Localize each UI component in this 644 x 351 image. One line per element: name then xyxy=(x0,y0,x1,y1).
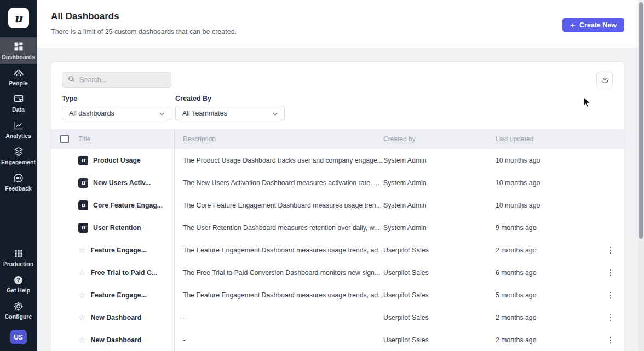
export-button[interactable] xyxy=(596,72,613,88)
help-icon: ? xyxy=(13,274,24,285)
search-box[interactable] xyxy=(62,72,171,88)
dashboard-created-by: Userpilot Sales xyxy=(383,336,496,344)
dashboards-panel: Type Created By All dashboards All Teamm… xyxy=(51,62,624,351)
sidebar-item-configure[interactable]: Configure xyxy=(0,297,37,323)
dashboards-icon xyxy=(13,41,24,52)
star-icon[interactable]: ☆ xyxy=(78,313,85,322)
star-icon[interactable]: ☆ xyxy=(78,246,85,255)
created-by-filter-select[interactable]: All Teammates xyxy=(175,106,285,120)
sidebar-item-label: Analytics xyxy=(5,133,31,139)
dashboard-last-updated: 10 months ago xyxy=(496,157,604,164)
sidebar-item-feedback[interactable]: Feedback xyxy=(0,169,37,195)
dashboard-created-by: System Admin xyxy=(383,179,496,187)
dashboard-created-by: System Admin xyxy=(383,157,496,164)
row-actions-kebab-icon[interactable]: ⋮ xyxy=(604,291,617,300)
table-body: u Product Usage The Product Usage Dashbo… xyxy=(51,149,624,351)
scrollbar-thumb[interactable] xyxy=(639,2,643,239)
dashboard-title: New Dashboard xyxy=(90,336,141,344)
dashboard-title: Product Usage xyxy=(93,157,141,164)
star-icon[interactable]: ☆ xyxy=(78,268,85,277)
configure-icon xyxy=(13,301,24,312)
dashboard-created-by: Userpilot Sales xyxy=(383,291,496,299)
dashboard-last-updated: 5 months ago xyxy=(496,291,604,299)
userpilot-badge-icon: u xyxy=(78,223,88,233)
sidebar-nav: Dashboards People Data Analytics Engagem… xyxy=(0,37,37,195)
row-actions-kebab-icon[interactable]: ⋮ xyxy=(604,336,617,344)
sidebar-item-people[interactable]: People xyxy=(0,64,37,90)
sidebar-item-get-help[interactable]: ? Get Help xyxy=(0,271,37,297)
table-row[interactable]: ☆ New Dashboard - Userpilot Sales 2 mont… xyxy=(51,306,624,329)
sidebar-item-data[interactable]: Data xyxy=(0,90,37,116)
table-row[interactable]: u New Users Activ... The New Users Activ… xyxy=(51,171,624,194)
dashboard-description: - xyxy=(174,306,383,329)
dashboard-title-cell[interactable]: ☆ Free Trial to Paid C... xyxy=(78,268,174,277)
dashboard-created-by: Userpilot Sales xyxy=(383,246,496,254)
chevron-down-icon xyxy=(273,110,278,117)
dashboard-title-cell[interactable]: u User Retention xyxy=(78,223,174,233)
dashboard-title-cell[interactable]: ☆ New Dashboard xyxy=(78,313,174,322)
create-new-label: Create New xyxy=(579,21,617,29)
created-by-filter-label: Created By xyxy=(175,95,211,102)
dashboard-title-cell[interactable]: ☆ New Dashboard xyxy=(78,336,174,344)
dashboard-created-by: Userpilot Sales xyxy=(383,269,496,277)
sidebar-item-label: People xyxy=(9,80,27,87)
scrollbar-track xyxy=(638,0,644,351)
star-icon[interactable]: ☆ xyxy=(78,336,85,344)
sidebar-item-label: Dashboards xyxy=(2,54,35,60)
sidebar-item-label: Feedback xyxy=(5,185,31,192)
column-header-description: Description xyxy=(174,129,383,149)
table-row[interactable]: ☆ Feature Engage... The Feature Engageme… xyxy=(51,284,624,306)
sidebar-item-label: Production xyxy=(3,261,33,267)
dashboard-title-cell[interactable]: u Product Usage xyxy=(78,156,174,165)
row-actions-kebab-icon[interactable]: ⋮ xyxy=(604,268,617,277)
sidebar-item-label: Configure xyxy=(5,313,32,320)
sidebar-item-production[interactable]: Production xyxy=(0,244,37,271)
dashboard-title-cell[interactable]: u Core Feature Engag... xyxy=(78,200,174,210)
dashboard-title-cell[interactable]: ☆ Feature Engage... xyxy=(78,246,174,255)
table-row[interactable]: ☆ Free Trial to Paid C... The Free Trial… xyxy=(51,261,624,284)
dashboard-last-updated: 2 months ago xyxy=(496,336,604,344)
row-actions-kebab-icon[interactable]: ⋮ xyxy=(604,246,617,255)
table-row[interactable]: u User Retention The User Retention Dash… xyxy=(51,216,624,239)
dashboard-last-updated: 2 months ago xyxy=(496,314,604,321)
user-avatar[interactable]: US xyxy=(10,330,27,344)
sidebar-item-dashboards[interactable]: Dashboards xyxy=(0,37,37,64)
type-filter-label: Type xyxy=(62,95,77,102)
chevron-down-icon xyxy=(159,110,164,117)
dashboard-description: The Free Trial to Paid Conversion Dashbo… xyxy=(174,261,383,284)
dashboard-created-by: System Admin xyxy=(383,202,496,209)
dashboard-description: The New Users Activation Dashboard measu… xyxy=(174,171,383,194)
download-icon xyxy=(601,75,609,85)
dashboard-last-updated: 2 months ago xyxy=(496,246,604,254)
table-row[interactable]: u Core Feature Engag... The Core Feature… xyxy=(51,194,624,216)
dashboard-description: - xyxy=(174,329,383,351)
dashboard-title-cell[interactable]: u New Users Activ... xyxy=(78,178,174,188)
dashboard-created-by: System Admin xyxy=(383,224,496,232)
analytics-icon xyxy=(13,120,24,131)
create-new-button[interactable]: + Create New xyxy=(562,18,624,32)
userpilot-logo[interactable]: u xyxy=(8,8,29,28)
table-row[interactable]: u Product Usage The Product Usage Dashbo… xyxy=(51,149,624,171)
type-filter-select[interactable]: All dashboards xyxy=(62,106,171,120)
dashboard-title-cell[interactable]: ☆ Feature Engage... xyxy=(78,291,174,300)
page-title: All Dashboards xyxy=(51,11,119,22)
plus-icon: + xyxy=(570,21,575,29)
userpilot-badge-icon: u xyxy=(78,200,88,210)
dashboard-title: User Retention xyxy=(93,224,141,232)
row-actions-kebab-icon[interactable]: ⋮ xyxy=(604,313,617,322)
table-row[interactable]: ☆ New Dashboard - Userpilot Sales 2 mont… xyxy=(51,329,624,351)
select-all-checkbox[interactable] xyxy=(60,135,69,143)
column-header-title: Title xyxy=(78,135,174,143)
search-input[interactable] xyxy=(79,76,165,84)
table-row[interactable]: ☆ Feature Engage... The Feature Engageme… xyxy=(51,239,624,261)
sidebar: u Dashboards People Data Analytics Engag… xyxy=(0,0,37,351)
dashboards-table: Title Description Created by Last update… xyxy=(51,129,624,351)
star-icon[interactable]: ☆ xyxy=(78,291,85,300)
sidebar-item-analytics[interactable]: Analytics xyxy=(0,116,37,142)
dashboard-last-updated: 10 months ago xyxy=(496,179,604,187)
sidebar-item-label: Engagement xyxy=(1,159,36,165)
dashboard-title: Free Trial to Paid C... xyxy=(90,269,157,277)
sidebar-item-engagement[interactable]: Engagement xyxy=(0,142,37,169)
data-icon xyxy=(13,94,24,105)
engagement-icon xyxy=(13,146,24,157)
